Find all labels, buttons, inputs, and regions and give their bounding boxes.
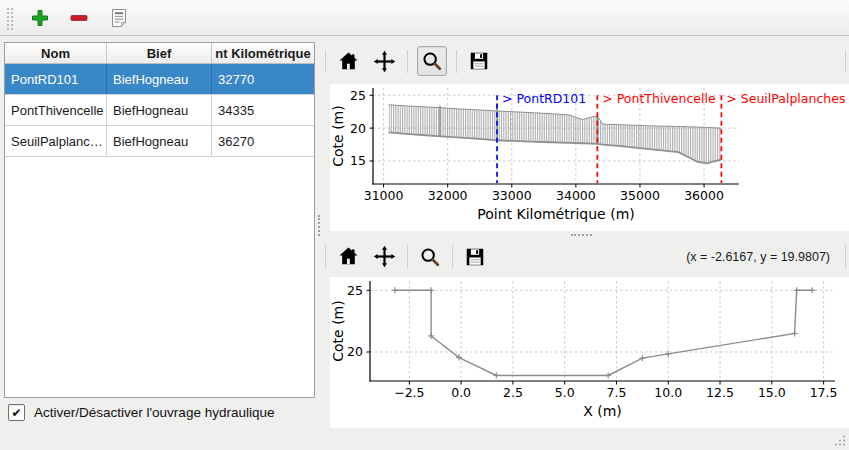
svg-text:> PontThivencelle: > PontThivencelle xyxy=(602,91,716,106)
table-body: PontRD101 BiefHogneau 32770 PontThivence… xyxy=(5,64,314,157)
main-toolbar xyxy=(0,0,849,36)
column-header-nom[interactable]: Nom xyxy=(5,43,107,63)
svg-text:X (m): X (m) xyxy=(583,403,622,419)
svg-text:35000: 35000 xyxy=(620,188,660,203)
horizontal-splitter-handle[interactable] xyxy=(571,234,592,236)
svg-text:7.5: 7.5 xyxy=(607,385,627,400)
column-header-bief[interactable]: Bief xyxy=(107,43,212,63)
save-button[interactable] xyxy=(466,48,492,74)
svg-text:10.0: 10.0 xyxy=(654,385,682,400)
svg-text:0.0: 0.0 xyxy=(451,385,471,400)
svg-text:Cote (m): Cote (m) xyxy=(330,105,346,166)
cell-pk: 36270 xyxy=(212,126,314,156)
home-icon xyxy=(337,50,360,73)
table-row[interactable]: PontRD101 BiefHogneau 32770 xyxy=(5,64,314,95)
cell-nom: PontThivencelle xyxy=(5,95,107,125)
pan-icon xyxy=(373,245,396,268)
profile-chart: > PontRD101> PontThivencelle> SeuilPalpl… xyxy=(330,84,849,231)
svg-text:15: 15 xyxy=(350,153,366,168)
cross-section-chart: −2.50.02.55.07.510.012.515.017.52025X (m… xyxy=(330,277,849,428)
svg-text:25: 25 xyxy=(347,283,363,298)
edit-button[interactable] xyxy=(106,5,132,31)
cell-bief: BiefHogneau xyxy=(107,95,212,125)
document-icon xyxy=(108,7,130,29)
svg-text:20: 20 xyxy=(347,344,363,359)
column-header-pk[interactable]: nt Kilométrique xyxy=(212,43,314,63)
add-button[interactable] xyxy=(28,6,52,30)
pan-button[interactable] xyxy=(371,243,398,270)
separator xyxy=(456,50,457,73)
cell-pk: 34335 xyxy=(212,95,314,125)
svg-text:15.0: 15.0 xyxy=(758,385,786,400)
pan-button[interactable] xyxy=(371,48,398,75)
svg-text:2.5: 2.5 xyxy=(503,385,523,400)
separator xyxy=(407,245,408,268)
activate-structure-row: ✔ Activer/Désactiver l'ouvrage hydrauliq… xyxy=(8,404,274,421)
home-icon xyxy=(337,245,360,268)
zoom-button[interactable] xyxy=(417,46,447,76)
profile-plot-canvas[interactable]: > PontRD101> PontThivencelle> SeuilPalpl… xyxy=(330,84,849,231)
home-button[interactable] xyxy=(335,48,362,75)
minus-icon xyxy=(69,8,89,28)
save-icon xyxy=(464,246,486,268)
svg-text:−2.5: −2.5 xyxy=(394,385,424,400)
window-resize-grip[interactable] xyxy=(833,434,846,447)
svg-text:31000: 31000 xyxy=(364,188,404,203)
save-icon xyxy=(468,50,490,72)
svg-text:> SeuilPalplanches: > SeuilPalplanches xyxy=(726,91,845,106)
svg-text:36000: 36000 xyxy=(684,188,724,203)
cell-nom: PontRD101 xyxy=(5,64,107,94)
profile-plot-toolbar xyxy=(325,40,849,82)
svg-text:20: 20 xyxy=(350,121,366,136)
svg-text:5.0: 5.0 xyxy=(555,385,575,400)
svg-text:Cote (m): Cote (m) xyxy=(330,300,346,361)
svg-text:> PontRD101: > PontRD101 xyxy=(502,91,586,106)
separator xyxy=(407,50,408,73)
activate-checkbox[interactable]: ✔ xyxy=(8,404,25,421)
remove-button[interactable] xyxy=(67,6,91,30)
cross-section-toolbar: (x = -2.6167, y = 19.9807) xyxy=(325,238,849,275)
separator xyxy=(845,245,846,268)
svg-text:Point Kilométrique (m): Point Kilométrique (m) xyxy=(477,206,635,222)
app-window: Nom Bief nt Kilométrique PontRD101 BiefH… xyxy=(0,0,849,450)
table-row[interactable]: PontThivencelle BiefHogneau 34335 xyxy=(5,95,314,126)
cross-section-plot-canvas[interactable]: −2.50.02.55.07.510.012.515.017.52025X (m… xyxy=(330,277,849,428)
zoom-button[interactable] xyxy=(417,244,443,270)
ouvrages-table: Nom Bief nt Kilométrique PontRD101 BiefH… xyxy=(4,42,315,398)
separator xyxy=(325,50,326,73)
cursor-coordinates-readout: (x = -2.6167, y = 19.9807) xyxy=(686,250,836,264)
plus-icon xyxy=(30,8,50,28)
magnifier-icon xyxy=(421,50,443,72)
pan-icon xyxy=(373,50,396,73)
toolbar-drag-handle[interactable] xyxy=(5,6,13,30)
cell-bief: BiefHogneau xyxy=(107,64,212,94)
table-header: Nom Bief nt Kilométrique xyxy=(5,43,314,64)
svg-text:32000: 32000 xyxy=(428,188,468,203)
svg-text:12.5: 12.5 xyxy=(706,385,734,400)
separator xyxy=(325,245,326,268)
activate-checkbox-label: Activer/Désactiver l'ouvrage hydraulique xyxy=(34,405,274,420)
cell-bief: BiefHogneau xyxy=(107,126,212,156)
magnifier-icon xyxy=(419,246,441,268)
table-row[interactable]: SeuilPalplanc… BiefHogneau 36270 xyxy=(5,126,314,157)
svg-text:34000: 34000 xyxy=(556,188,596,203)
svg-text:25: 25 xyxy=(350,88,366,103)
vertical-splitter-handle[interactable] xyxy=(318,215,320,236)
save-button[interactable] xyxy=(462,244,488,270)
check-icon: ✔ xyxy=(11,406,21,420)
cell-pk: 32770 xyxy=(212,64,314,94)
cell-nom: SeuilPalplanc… xyxy=(5,126,107,156)
home-button[interactable] xyxy=(335,243,362,270)
separator xyxy=(452,245,453,268)
svg-text:17.5: 17.5 xyxy=(810,385,838,400)
svg-text:33000: 33000 xyxy=(492,188,532,203)
separator xyxy=(845,50,846,73)
